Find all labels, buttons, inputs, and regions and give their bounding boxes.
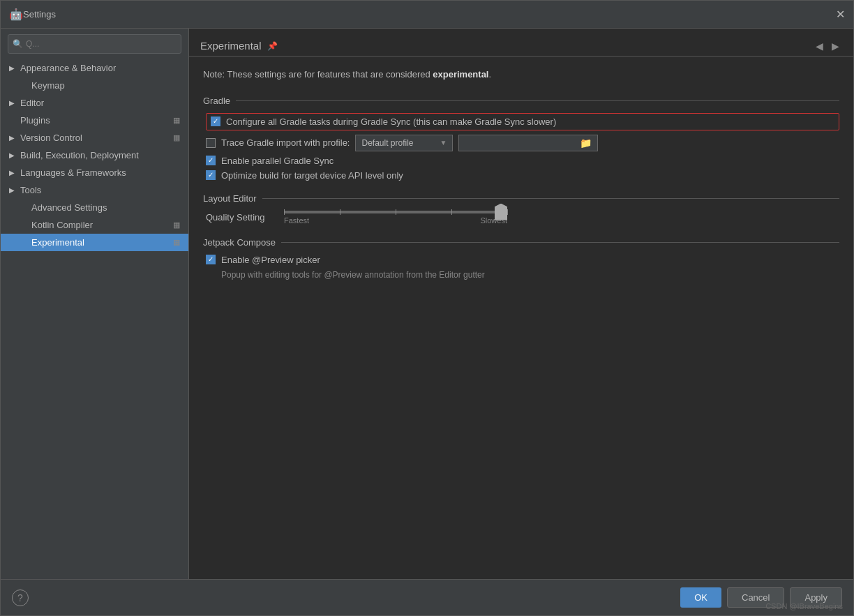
plugin-icon: ▦ [173,238,180,247]
plugin-icon: ▦ [173,133,180,142]
trace-gradle-row: Trace Gradle import with profile: Defaul… [206,135,839,151]
sidebar-item-label: Experimental [31,237,84,248]
check-mark-icon: ✓ [213,118,218,125]
sidebar-item-build-execution[interactable]: ▶Build, Execution, Deployment [1,147,188,164]
search-input[interactable] [26,39,177,49]
slider-thumb[interactable] [495,204,507,220]
trace-profile-dropdown[interactable]: Default profile ▼ [355,135,453,151]
slider-label-fastest: Fastest [284,216,309,225]
content-panel: Experimental 📌 ◀ ▶ Note: These settings … [189,29,853,579]
checkbox-row-optimize-build: ✓ Optimize build for target device API l… [206,170,839,181]
note-suffix: . [488,69,491,80]
watermark: CSDN @IBraveBegins [765,602,843,610]
sidebar-item-label: Appearance & Behavior [20,63,116,73]
android-logo-icon: 🤖 [9,8,23,21]
arrow-icon: ▶ [9,99,16,107]
checkbox-row-preview-picker: ✓ Enable @Preview picker [206,255,839,265]
checkbox-configure-gradle[interactable]: ✓ [211,117,220,126]
check-mark-icon-2: ✓ [208,157,214,164]
footer: ? OK Cancel Apply [1,579,853,615]
sidebar: 🔍 ▶Appearance & BehaviorKeymap▶EditorPlu… [1,29,189,579]
sidebar-item-label: Version Control [20,133,82,143]
settings-window: 🤖 Settings ✕ 🔍 ▶Appearance & BehaviorKey… [0,0,854,616]
plugin-icon: ▦ [173,116,180,125]
arrow-icon: ▶ [9,169,16,176]
sidebar-item-plugins[interactable]: Plugins▦ [1,112,188,129]
slider-track-wrap [284,211,507,213]
sidebar-item-label: Kotlin Compiler [31,220,93,230]
note-prefix: Note: These settings are for features th… [203,69,433,80]
titlebar: 🤖 Settings ✕ [1,1,853,29]
slider-tick-4 [451,209,452,215]
preview-picker-description-text: Popup with editing tools for @Preview an… [221,270,485,280]
arrow-icon: ▶ [9,186,16,194]
parallel-sync-label: Enable parallel Gradle Sync [221,156,334,166]
note-bold: experimental [433,69,488,80]
search-box[interactable]: 🔍 [8,34,181,54]
configure-gradle-label: Configure all Gradle tasks during Gradle… [226,117,556,127]
arrow-icon: ▶ [9,151,16,159]
sidebar-item-label: Advanced Settings [31,202,107,213]
optimize-build-label: Optimize build for target device API lev… [221,170,403,181]
back-button[interactable]: ◀ [813,39,826,53]
main-content: 🔍 ▶Appearance & BehaviorKeymap▶EditorPlu… [1,29,853,579]
content-title: Experimental 📌 [200,40,278,52]
pin-icon: 📌 [267,41,278,51]
section-jetpack-compose: Jetpack Compose [203,237,839,248]
help-button[interactable]: ? [12,589,29,606]
content-body: Note: These settings are for features th… [189,57,853,579]
gradle-divider [236,100,839,101]
dropdown-arrow-icon: ▼ [440,139,447,147]
quality-slider-track[interactable] [284,211,507,213]
note-text: Note: These settings are for features th… [203,68,839,82]
sidebar-item-languages-frameworks[interactable]: ▶Languages & Frameworks [1,164,188,181]
checkbox-parallel-sync[interactable]: ✓ [206,156,216,165]
sidebar-item-version-control[interactable]: ▶Version Control▦ [1,129,188,147]
layout-editor-divider [262,198,839,199]
slider-tick-5 [507,209,508,215]
checkbox-row-parallel-sync: ✓ Enable parallel Gradle Sync [206,156,839,166]
checkbox-optimize-build[interactable]: ✓ [206,170,216,180]
section-gradle-label: Gradle [203,96,230,106]
check-mark-icon-4: ✓ [208,256,214,263]
checkbox-row-configure-gradle: ✓ Configure all Gradle tasks during Grad… [206,113,839,130]
sidebar-item-editor[interactable]: ▶Editor [1,94,188,112]
folder-icon: 📁 [580,137,592,149]
arrow-icon: ▶ [9,64,16,72]
sidebar-item-label: Plugins [20,115,50,126]
slider-tick-2 [340,209,340,215]
sidebar-item-label: Editor [20,98,44,108]
preview-picker-description: Popup with editing tools for @Preview an… [221,269,839,280]
sidebar-item-kotlin-compiler[interactable]: Kotlin Compiler▦ [1,216,188,234]
window-title: Settings [23,9,56,20]
sidebar-item-appearance[interactable]: ▶Appearance & Behavior [1,59,188,77]
trace-gradle-label: Trace Gradle import with profile: [221,137,350,148]
arrow-icon: ▶ [9,134,16,142]
sidebar-item-experimental[interactable]: Experimental▦ [1,234,188,251]
section-gradle: Gradle [203,96,839,106]
content-header: Experimental 📌 ◀ ▶ [189,29,853,57]
quality-setting-label: Quality Setting [206,212,276,223]
close-button[interactable]: ✕ [836,9,845,20]
slider-tick-3 [396,209,396,215]
checkbox-trace-gradle[interactable] [206,138,216,148]
forward-button[interactable]: ▶ [829,39,842,53]
plugin-icon: ▦ [173,220,180,230]
checkbox-preview-picker[interactable]: ✓ [206,255,216,264]
content-title-text: Experimental [200,40,262,52]
folder-button[interactable]: 📁 [458,135,598,151]
sidebar-item-label: Tools [20,185,41,195]
preview-picker-label: Enable @Preview picker [221,255,320,265]
ok-button[interactable]: OK [680,587,721,608]
section-layout-label: Layout Editor [203,193,257,204]
sidebar-item-advanced-settings[interactable]: Advanced Settings [1,199,188,216]
slider-tick-1 [284,209,285,215]
sidebar-item-tools[interactable]: ▶Tools [1,181,188,199]
section-layout-editor: Layout Editor [203,193,839,204]
jetpack-divider [281,242,839,243]
slider-container: Fastest Slowest [284,211,507,225]
quality-row: Quality Setting [206,211,839,225]
sidebar-item-keymap[interactable]: Keymap [1,77,188,94]
section-jetpack-label: Jetpack Compose [203,237,276,248]
footer-left: ? [12,589,29,606]
